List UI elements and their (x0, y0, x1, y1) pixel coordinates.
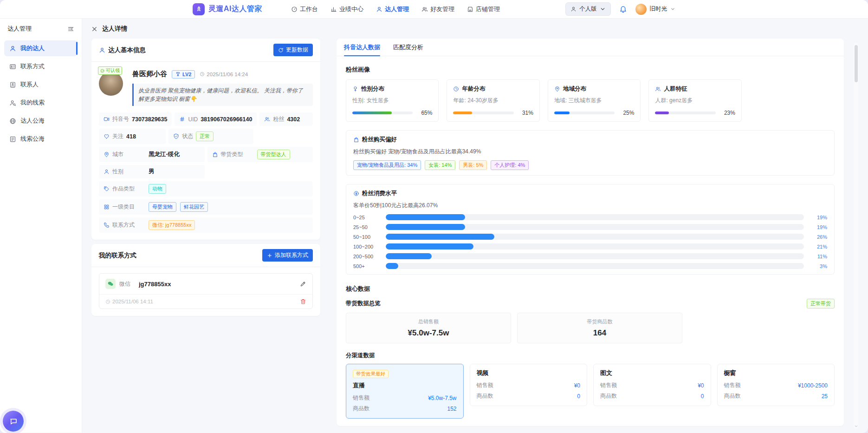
profile-card-title: 达人基本信息 (108, 46, 146, 54)
app-window: 灵遛AI达人管家 工作台 业绩中心 达人管理 好友管理 店铺管理 个人版 旧时光 (0, 0, 868, 433)
sidebar-item-label: 我的达人 (20, 44, 45, 52)
update-data-label: 更新数据 (286, 46, 308, 54)
age-desc: 年龄: 24-30岁居多 (453, 97, 533, 105)
close-icon (91, 26, 97, 32)
chart-row: 0~2519% (353, 214, 827, 220)
plan-selector[interactable]: 个人版 (565, 2, 611, 16)
user-menu[interactable]: 旧时光 (635, 4, 676, 15)
yen-circle-icon (353, 190, 359, 197)
tab-douyin-data[interactable]: 抖音达人数据 (344, 39, 380, 56)
category-badge: 鲜花园艺 (180, 202, 208, 212)
refresh-icon (278, 47, 284, 53)
user-search-icon (9, 99, 16, 106)
user-icon (99, 47, 105, 53)
update-data-button[interactable]: 更新数据 (273, 44, 313, 56)
panel-tabs: 抖音达人数据 匹配度分析 (337, 39, 844, 56)
sidebar-item-my-leads[interactable]: 我的线索 (4, 95, 78, 111)
notification-button[interactable] (619, 5, 627, 13)
sidebar-item-my-talents[interactable]: 我的达人 (4, 40, 78, 56)
sidebar-item-label: 联系人 (20, 80, 39, 89)
location-pin-icon (554, 86, 560, 92)
contact-value: jg778855xx (139, 281, 171, 288)
field-uid: UID3819067026966140 (175, 112, 257, 126)
sidebar-item-lead-pool[interactable]: 线索公海 (4, 131, 78, 147)
purchase-tag: 宠物/宠物食品及用品: 34% (353, 160, 421, 170)
sidebar-item-contact-methods[interactable]: 联系方式 (4, 59, 78, 74)
channel-card-image-text[interactable]: 图文 销售额¥0 商品数0 (593, 364, 711, 406)
field-gender: 性别男 (99, 165, 205, 178)
nav-item-shop[interactable]: 店铺管理 (467, 5, 500, 13)
age-pct: 31% (518, 110, 533, 116)
phone-icon (104, 222, 110, 228)
talent-bio: 执业兽医师 聚焦宠物健康，健康问题，欢迎私信。 关注我，带你了解更多宠物知识 橱… (132, 84, 313, 106)
purchase-tag: 个人护理: 4% (491, 160, 529, 170)
delete-contact-button[interactable] (300, 298, 306, 305)
sales-overview-stats: 总销售额 ¥5.0w-7.5w 带货商品数 164 (346, 313, 835, 343)
nav-label: 店铺管理 (476, 5, 500, 13)
panel-body: 粉丝画像 性别分布 性别: 女性居多 65% 年龄分布 年龄: 24-30岁居多… (337, 56, 844, 426)
status-badge: 正常 (196, 131, 214, 141)
close-detail-button[interactable] (91, 26, 97, 32)
best-channel-badge: 带货效果最好 (353, 370, 389, 378)
nav-item-workbench[interactable]: 工作台 (291, 5, 318, 13)
list-icon (9, 136, 16, 143)
nav-item-performance[interactable]: 业绩中心 (330, 5, 363, 13)
progress-track (453, 112, 513, 114)
sidebar-item-talent-pool[interactable]: 达人公海 (4, 113, 78, 129)
gender-distribution-card: 性别分布 性别: 女性居多 65% (346, 79, 439, 122)
shield-check-icon (173, 133, 179, 139)
user-icon (570, 6, 577, 12)
profile-card: 达人基本信息 更新数据 可认领 (91, 39, 320, 240)
add-contact-button[interactable]: 添加联系方式 (262, 249, 313, 262)
chart-row: 50~10026% (353, 234, 827, 240)
bell-icon (619, 5, 627, 13)
location-pin-icon (104, 151, 110, 157)
add-contact-label: 添加联系方式 (275, 251, 308, 259)
channel-card-video[interactable]: 视频 销售额¥0 商品数0 (470, 364, 588, 406)
collapse-icon (67, 26, 74, 33)
tab-match-analysis[interactable]: 匹配度分析 (393, 39, 423, 56)
channel-card-showcase[interactable]: 橱窗 销售额¥1000-2500 商品数25 (717, 364, 835, 406)
bar-fill (386, 263, 398, 269)
consumption-desc: 客单价50到100元占比最高26.07% (353, 202, 827, 210)
nav-item-friends[interactable]: 好友管理 (421, 5, 454, 13)
selling-status-badge: 正常带货 (807, 299, 835, 308)
scroll-down-arrow-icon[interactable] (854, 424, 858, 428)
talent-avatar (99, 72, 123, 96)
level-badge: LV2 (172, 70, 195, 79)
sidebar-item-label: 线索公海 (20, 135, 45, 143)
bag-icon (212, 151, 218, 157)
nav-item-talent[interactable]: 达人管理 (376, 5, 409, 13)
scrollbar-thumb[interactable] (855, 45, 858, 82)
contacts-card-title: 我的联系方式 (99, 251, 136, 260)
gender-desc: 性别: 女性居多 (352, 97, 432, 105)
contact-type-label: 微信 (119, 280, 130, 288)
progress-track (554, 112, 615, 114)
contact-entry: 微信 jg778855xx 2025/11/06 14:11 (99, 273, 313, 309)
brand-rocket-icon (193, 3, 205, 15)
chat-assistant-button[interactable] (3, 411, 24, 432)
field-douyin-id: 抖音号73073829635 (99, 112, 172, 126)
field-fans: 粉丝4302 (259, 112, 313, 126)
channel-data-title: 分渠道数据 (346, 352, 375, 360)
page-title: 达人详情 (102, 25, 127, 33)
nav-label: 达人管理 (385, 5, 409, 13)
panel-scrollbar[interactable] (854, 43, 858, 429)
sidebar-item-label: 联系方式 (20, 62, 45, 71)
wechat-icon (105, 279, 116, 289)
edit-contact-button[interactable] (300, 281, 306, 287)
sidebar-item-label: 达人公海 (20, 117, 45, 125)
category-badge: 母婴宠物 (149, 202, 176, 212)
progress-fill (554, 112, 570, 114)
trophy-icon (175, 72, 181, 77)
region-pct: 25% (619, 110, 634, 116)
hash-icon (179, 116, 185, 122)
sidebar-item-contacts[interactable]: 联系人 (4, 77, 78, 92)
channel-card-live[interactable]: 带货效果最好 直播 销售额¥5.0w-7.5w 商品数152 (346, 364, 464, 419)
user-avatar (635, 4, 647, 15)
talent-data-panel: 抖音达人数据 匹配度分析 粉丝画像 性别分布 性别: 女性居多 65% (337, 39, 844, 426)
sidebar-collapse-button[interactable] (67, 26, 74, 33)
my-contacts-card: 我的联系方式 添加联系方式 微信 (91, 244, 320, 316)
gauge-icon (291, 6, 298, 13)
user-icon (104, 169, 110, 175)
